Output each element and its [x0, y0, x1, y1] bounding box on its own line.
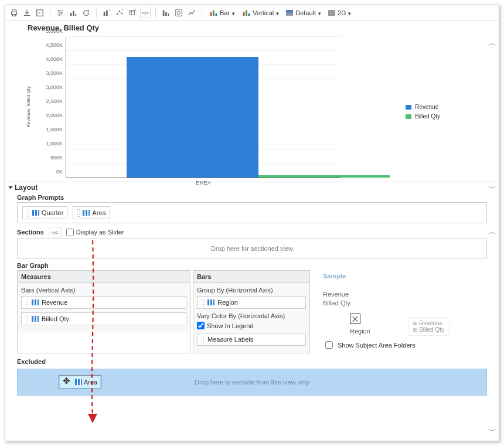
slot-label: Region: [217, 299, 238, 306]
slot-label: Revenue: [42, 299, 67, 306]
y-tick: 0K: [56, 169, 66, 175]
svg-rect-24: [248, 13, 250, 15]
graph-prompts-label: Graph Prompts: [17, 194, 487, 201]
plot-area: 0K 500K 1,000K 1,500K 2,000K 2,500K 3,00…: [66, 37, 340, 178]
svg-point-1: [61, 12, 62, 13]
bars-panel-title: Bars: [193, 271, 309, 283]
svg-point-9: [117, 13, 118, 15]
scroll-down-icon[interactable]: ﹀: [487, 183, 498, 195]
graph-style-dropdown[interactable]: Default: [284, 9, 323, 16]
svg-rect-3: [70, 13, 72, 16]
y-tick: 3,500K: [46, 70, 66, 76]
trend-icon[interactable]: [186, 8, 197, 18]
svg-rect-4: [73, 11, 74, 16]
svg-point-11: [121, 12, 122, 14]
column-icon: [32, 299, 39, 305]
legend-label: Revenue: [415, 103, 438, 112]
column-icon: [32, 210, 39, 216]
column-icon: [207, 299, 214, 305]
column-icon: [75, 379, 82, 385]
x-category-label: EMEA: [196, 178, 211, 186]
measure-slot-revenue[interactable]: Revenue: [21, 296, 186, 309]
pill-label: Area: [92, 209, 105, 216]
show-in-legend-checkbox[interactable]: Show In Legend: [197, 322, 254, 329]
chart-icon[interactable]: [68, 8, 79, 18]
graph-dim-label: 2D: [338, 9, 346, 16]
graph-orient-label: Vertical: [253, 9, 274, 16]
y-tick: 4,500K: [46, 42, 66, 48]
graph-type-label: Bar: [220, 9, 230, 16]
move-cursor-icon: [63, 377, 73, 387]
sections-label: Sections: [17, 229, 44, 236]
table-add-icon[interactable]: +: [127, 8, 138, 18]
column-icon: [83, 210, 90, 216]
checkbox-label: Display as Slider: [76, 229, 124, 236]
layout-section-title: Layout: [15, 183, 38, 192]
bar-add-icon[interactable]: +: [101, 8, 112, 18]
drag-handle-icon: [25, 315, 29, 323]
sample-placeholder-icon: [350, 314, 360, 324]
graph-dim-dropdown[interactable]: 2D: [326, 9, 353, 16]
drag-handle-icon: [77, 209, 80, 217]
export-icon[interactable]: [22, 8, 32, 18]
bars-toggle-icon[interactable]: [161, 8, 171, 18]
graph-type-dropdown[interactable]: Bar: [207, 9, 237, 17]
svg-point-2: [59, 14, 60, 15]
xyz-icon[interactable]: xyz: [49, 227, 62, 237]
measure-slot-billed[interactable]: Billed Qty: [21, 312, 186, 325]
bar-billed-qty: [258, 175, 390, 178]
y-tick: 1,000K: [46, 141, 66, 147]
svg-text:+: +: [122, 9, 124, 12]
sample-title: Sample: [323, 273, 451, 280]
controls-icon[interactable]: [55, 8, 66, 18]
drag-handle-icon: [26, 209, 30, 217]
sample-revenue: Revenue: [323, 290, 451, 299]
show-subject-folders-checkbox[interactable]: Show Subject Area Folders: [323, 339, 451, 350]
groupby-slot-region[interactable]: Region: [197, 296, 306, 309]
svg-text:+: +: [135, 9, 137, 12]
svg-point-10: [119, 11, 121, 12]
scroll-up-icon[interactable]: ︿: [487, 226, 498, 238]
graph-orient-dropdown[interactable]: Vertical: [240, 9, 281, 17]
drag-handle-icon: [201, 298, 205, 307]
graph-prompts-dropzone[interactable]: Quarter Area: [17, 202, 487, 223]
svg-rect-22: [243, 12, 245, 16]
measure-labels-slot[interactable]: Measure Labels: [197, 333, 306, 346]
scroll-up-icon[interactable]: ︿: [487, 38, 498, 49]
prompt-pill-area[interactable]: Area: [73, 206, 110, 219]
display-as-slider-checkbox[interactable]: Display as Slider: [66, 229, 124, 236]
svg-rect-20: [213, 10, 214, 16]
edit-icon[interactable]: [35, 8, 45, 18]
target-icon[interactable]: [173, 8, 184, 18]
groupby-sub: Group By (Horizontal Axis): [197, 287, 306, 294]
y-tick: 5,000K: [46, 28, 66, 34]
svg-rect-16: [168, 13, 169, 15]
legend-label: Billed Qty: [415, 112, 440, 121]
svg-rect-6: [104, 12, 105, 16]
graph-style-label: Default: [295, 9, 316, 16]
scroll-down-icon[interactable]: ﹀: [487, 425, 498, 437]
sample-legend: Revenue Billed Qty: [408, 317, 449, 336]
svg-point-0: [58, 10, 59, 11]
disclosure-icon[interactable]: [8, 186, 13, 189]
svg-rect-17: [176, 9, 182, 16]
y-tick: 2,000K: [46, 113, 66, 118]
xyz-icon[interactable]: xyz: [140, 8, 151, 18]
y-tick: 500K: [50, 155, 66, 161]
svg-rect-15: [165, 12, 167, 16]
varycolor-sub: Vary Color By (Horizontal Axis): [197, 312, 306, 319]
refresh-icon[interactable]: [81, 8, 91, 18]
svg-rect-7: [106, 10, 108, 16]
scatter-add-icon[interactable]: +: [114, 8, 125, 18]
svg-text:+: +: [109, 9, 111, 12]
measures-panel-title: Measures: [18, 271, 190, 283]
svg-rect-14: [163, 10, 165, 16]
drag-arrow-annotation: [87, 240, 102, 425]
print-icon[interactable]: [9, 8, 19, 18]
drag-handle-icon: [25, 298, 29, 307]
editor-toolbar: + + + xyz Bar Vertical Default 2D: [5, 5, 499, 21]
drag-handle-icon: [201, 335, 205, 343]
prompt-pill-quarter[interactable]: Quarter: [22, 206, 67, 219]
y-tick: 2,500K: [46, 98, 66, 104]
svg-rect-23: [246, 10, 247, 16]
